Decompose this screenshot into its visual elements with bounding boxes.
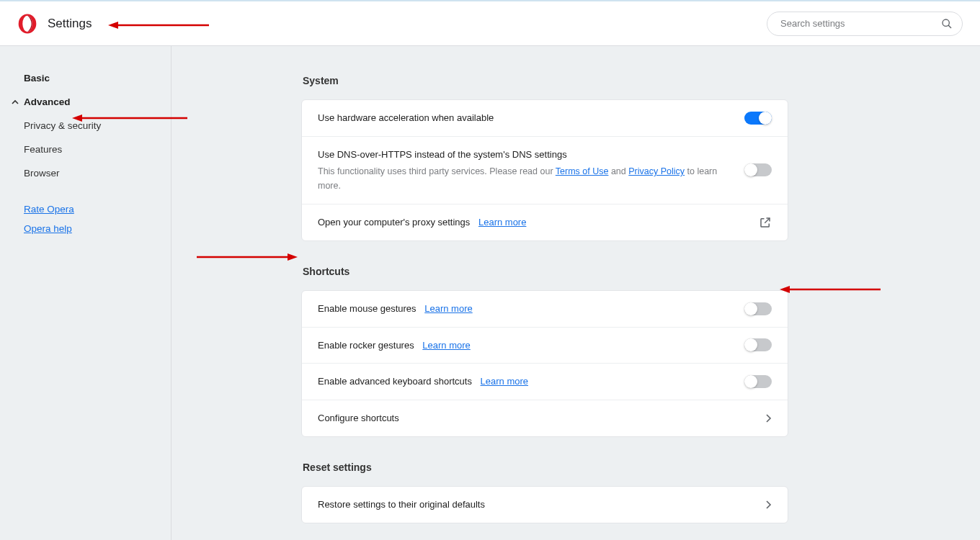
section-title-reset: Reset settings (303, 462, 788, 473)
chevron-right-icon (765, 414, 772, 423)
link-learn-more[interactable]: Learn more (422, 340, 470, 351)
row-label: Restore settings to their original defau… (318, 498, 753, 512)
link-privacy-policy[interactable]: Privacy Policy (628, 166, 685, 176)
row-label: Enable advanced keyboard shortcuts Learn… (318, 374, 733, 389)
search-input[interactable] (767, 12, 963, 36)
row-label: Use DNS-over-HTTPS instead of the system… (318, 148, 733, 162)
toggle-keyboard-shortcuts[interactable] (744, 375, 772, 388)
opera-logo-icon (17, 14, 37, 34)
row-restore-defaults[interactable]: Restore settings to their original defau… (302, 487, 788, 523)
chevron-right-icon (765, 500, 772, 509)
section-title-shortcuts: Shortcuts (303, 266, 788, 277)
row-dns: Use DNS-over-HTTPS instead of the system… (302, 137, 788, 205)
link-learn-more[interactable]: Learn more (424, 303, 472, 314)
row-configure-shortcuts[interactable]: Configure shortcuts (302, 400, 788, 436)
header-bar: Settings (0, 0, 980, 46)
page-title: Settings (48, 17, 92, 31)
link-learn-more[interactable]: Learn more (478, 217, 526, 228)
sidebar-link-help[interactable]: Opera help (0, 219, 171, 238)
row-keyboard-shortcuts: Enable advanced keyboard shortcuts Learn… (302, 364, 788, 400)
section-title-system: System (303, 75, 788, 86)
row-sublabel: This functionality uses third party serv… (318, 164, 733, 193)
row-label: Enable mouse gestures Learn more (318, 302, 733, 316)
row-proxy: Open your computer's proxy settings Lear… (302, 204, 788, 240)
row-rocker-gestures: Enable rocker gestures Learn more (302, 328, 788, 364)
row-label: Open your computer's proxy settings Lear… (318, 215, 734, 230)
row-mouse-gestures: Enable mouse gestures Learn more (302, 291, 788, 328)
row-label: Use hardware acceleration when available (318, 111, 733, 125)
system-card: Use hardware acceleration when available… (301, 99, 788, 241)
sidebar-link-rate[interactable]: Rate Opera (0, 199, 171, 219)
sidebar-item-label: Advanced (24, 96, 71, 107)
chevron-up-icon (11, 98, 19, 107)
sidebar: Basic Advanced Privacy & security Featur… (0, 46, 172, 540)
external-link-icon[interactable] (759, 216, 772, 229)
toggle-dns[interactable] (744, 163, 772, 176)
sidebar-item-privacy[interactable]: Privacy & security (0, 114, 171, 138)
svg-line-3 (948, 25, 951, 28)
link-terms-of-use[interactable]: Terms of Use (556, 166, 609, 176)
sidebar-item-basic[interactable]: Basic (0, 66, 171, 90)
link-learn-more[interactable]: Learn more (481, 376, 528, 387)
toggle-rocker-gestures[interactable] (744, 338, 772, 351)
svg-point-2 (943, 19, 949, 26)
sidebar-item-advanced[interactable]: Advanced (0, 90, 171, 114)
row-label: Configure shortcuts (318, 411, 753, 426)
reset-card: Restore settings to their original defau… (301, 486, 788, 523)
row-hw-accel: Use hardware acceleration when available (302, 100, 788, 137)
toggle-hw-accel[interactable] (744, 112, 772, 125)
toggle-mouse-gestures[interactable] (744, 302, 772, 315)
search-icon (941, 18, 953, 30)
shortcuts-card: Enable mouse gestures Learn more Enable … (301, 290, 788, 437)
main-content: System Use hardware acceleration when av… (172, 46, 980, 540)
search-wrap (767, 12, 963, 36)
sidebar-item-browser[interactable]: Browser (0, 161, 171, 185)
row-label: Enable rocker gestures Learn more (318, 338, 733, 353)
sidebar-item-features[interactable]: Features (0, 138, 171, 161)
